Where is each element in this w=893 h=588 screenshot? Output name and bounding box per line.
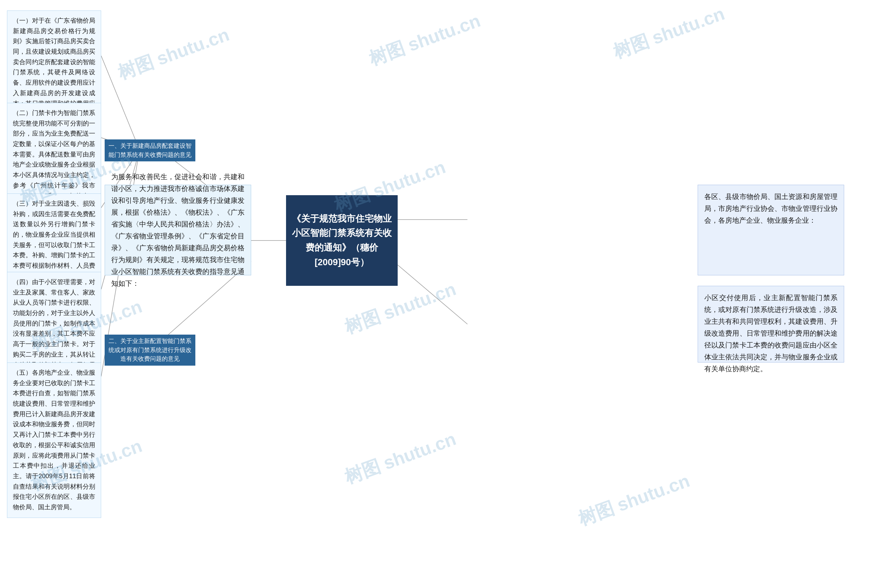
branch2-label-text: 二、关于业主新配置智能门禁系统或对原有门禁系统进行升级改造有关收费问题的意见: [108, 338, 191, 362]
lower-right-node-text: 小区交付使用后，业主新配置智能门禁系统，或对原有门禁系统进行升级改造，涉及业主共…: [704, 294, 837, 373]
branch1-label-text: 一、关于新建商品房配套建设智能门禁系统有关收费问题的意见: [108, 142, 191, 158]
branch1-label: 一、关于新建商品房配套建设智能门禁系统有关收费问题的意见: [105, 140, 195, 161]
svg-line-2: [398, 265, 468, 324]
svg-line-4: [101, 56, 140, 150]
recipient-node: 各区、县级市物价局、国土资源和房屋管理局，市房地产行业协会、市物业管理行业协会，…: [698, 185, 844, 275]
central-node-text: 《关于规范我市住宅物业小区智能门禁系统有关收费的通知》（穗价[2009]90号）: [292, 212, 392, 269]
left-box-5: （五）各房地产企业、物业服务企业要对已收取的门禁卡工本费进行自查，如智能门禁系统…: [7, 363, 101, 518]
branch2-label: 二、关于业主新配置智能门禁系统或对原有门禁系统进行升级改造有关收费问题的意见: [105, 334, 195, 366]
description-node: 为服务和改善民生，促进社会和谐，共建和谐小区，大力推进我市价格诚信市场体系建设和…: [105, 185, 251, 275]
recipient-node-text: 各区、县级市物价局、国土资源和房屋管理局，市房地产行业协会、市物业管理行业协会，…: [704, 193, 837, 224]
left-box-5-text: （五）各房地产企业、物业服务企业要对已收取的门禁卡工本费进行自查，如智能门禁系统…: [13, 369, 95, 511]
central-node: 《关于规范我市住宅物业小区智能门禁系统有关收费的通知》（穗价[2009]90号）: [286, 195, 398, 286]
lower-right-node: 小区交付使用后，业主新配置智能门禁系统，或对原有门禁系统进行升级改造，涉及业主共…: [698, 286, 844, 363]
desc-node-text: 为服务和改善民生，促进社会和谐，共建和谐小区，大力推进我市价格诚信市场体系建设和…: [111, 171, 245, 289]
mindmap-container: 树图 shutu.cn 树图 shutu.cn 树图 shutu.cn 树图 s…: [0, 0, 893, 588]
